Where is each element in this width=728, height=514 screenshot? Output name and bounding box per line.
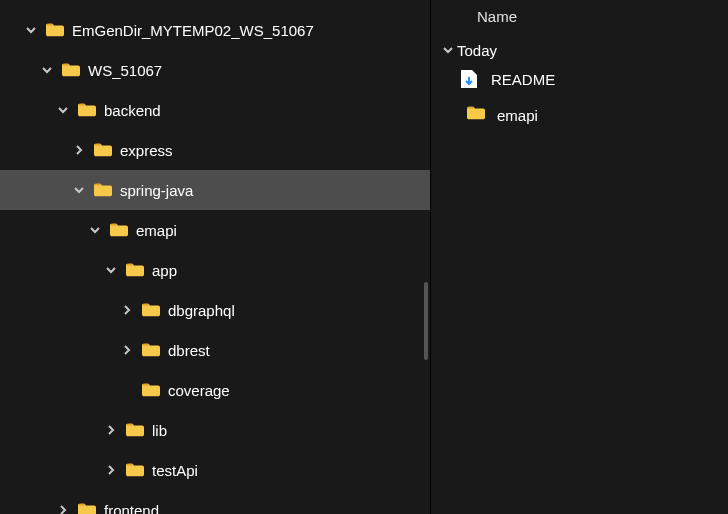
tree-item-label: testApi	[152, 462, 198, 479]
chevron-down-icon	[439, 44, 457, 56]
tree-row[interactable]: express	[0, 130, 430, 170]
chevron-down-icon[interactable]	[38, 64, 56, 76]
chevron-right-icon[interactable]	[118, 344, 136, 356]
tree-row[interactable]: frontend	[0, 490, 430, 514]
tree-item-label: EmGenDir_MYTEMP02_WS_51067	[72, 22, 314, 39]
folder-icon	[142, 383, 160, 397]
folder-icon	[94, 183, 112, 197]
folder-icon	[126, 423, 144, 437]
tree-row[interactable]: app	[0, 250, 430, 290]
chevron-right-icon[interactable]	[118, 304, 136, 316]
tree-item-label: frontend	[104, 502, 159, 515]
chevron-down-icon[interactable]	[22, 24, 40, 36]
list-group-today[interactable]: Today	[431, 39, 728, 61]
tree-row[interactable]: EmGenDir_MYTEMP02_WS_51067	[0, 10, 430, 50]
chevron-right-icon[interactable]	[70, 144, 88, 156]
tree-item-label: lib	[152, 422, 167, 439]
folder-icon	[126, 463, 144, 477]
tree-item-label: dbgraphql	[168, 302, 235, 319]
group-label: Today	[457, 42, 497, 59]
folder-icon	[110, 223, 128, 237]
tree-item-label: coverage	[168, 382, 230, 399]
tree-row[interactable]: lib	[0, 410, 430, 450]
list-item[interactable]: emapi	[431, 97, 728, 133]
chevron-right-icon[interactable]	[54, 504, 72, 514]
tree-item-label: backend	[104, 102, 161, 119]
folder-tree-panel: EmGenDir_MYTEMP02_WS_51067 WS_51067 back…	[0, 0, 430, 514]
folder-icon	[78, 503, 96, 514]
chevron-right-icon[interactable]	[102, 424, 120, 436]
tree-row[interactable]: spring-java	[0, 170, 430, 210]
folder-icon	[142, 303, 160, 317]
folder-icon	[78, 103, 96, 117]
chevron-down-icon[interactable]	[54, 104, 72, 116]
chevron-right-icon[interactable]	[102, 464, 120, 476]
folder-icon	[126, 263, 144, 277]
tree-row[interactable]: coverage	[0, 370, 430, 410]
chevron-down-icon[interactable]	[102, 264, 120, 276]
file-list-panel: Name Today README emapi	[430, 0, 728, 514]
tree-scrollbar[interactable]	[424, 282, 428, 360]
download-file-icon	[461, 70, 479, 88]
tree-item-label: emapi	[136, 222, 177, 239]
tree-row[interactable]: dbrest	[0, 330, 430, 370]
tree-item-label: WS_51067	[88, 62, 162, 79]
tree-row[interactable]: dbgraphql	[0, 290, 430, 330]
folder-icon	[142, 343, 160, 357]
folder-icon	[46, 23, 64, 37]
column-header-name[interactable]: Name	[431, 8, 728, 39]
list-item-label: README	[491, 71, 555, 88]
tree-row[interactable]: emapi	[0, 210, 430, 250]
tree-item-label: app	[152, 262, 177, 279]
folder-icon	[467, 106, 485, 124]
list-item-label: emapi	[497, 107, 538, 124]
tree-item-label: dbrest	[168, 342, 210, 359]
tree-row[interactable]: WS_51067	[0, 50, 430, 90]
tree-item-label: express	[120, 142, 173, 159]
tree-item-label: spring-java	[120, 182, 193, 199]
folder-icon	[94, 143, 112, 157]
folder-icon	[62, 63, 80, 77]
list-item[interactable]: README	[431, 61, 728, 97]
tree-row[interactable]: backend	[0, 90, 430, 130]
chevron-down-icon[interactable]	[70, 184, 88, 196]
tree-row[interactable]: testApi	[0, 450, 430, 490]
chevron-down-icon[interactable]	[86, 224, 104, 236]
